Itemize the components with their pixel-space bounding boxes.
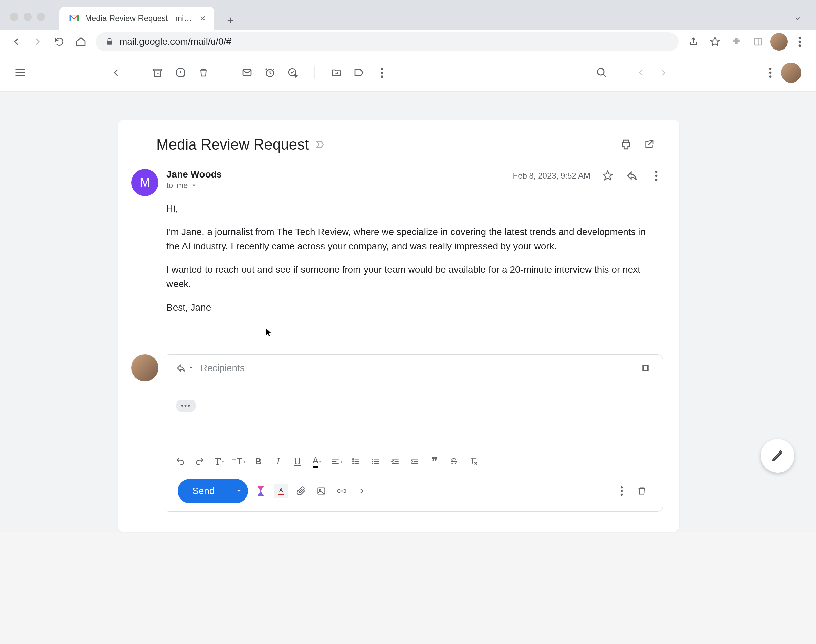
add-to-tasks-icon[interactable] [286,66,299,80]
schedule-send-icon[interactable] [253,484,268,498]
undo-icon[interactable] [173,455,187,468]
browser-menu-icon[interactable] [790,32,809,51]
remove-formatting-icon[interactable] [466,455,480,468]
main-menu-icon[interactable] [12,65,28,81]
lock-icon [105,37,114,46]
more-actions-icon[interactable] [375,66,389,80]
send-button[interactable]: Send [178,479,229,503]
svg-point-4 [799,44,801,47]
message-body: Hi, I'm Jane, a journalist from The Tech… [118,196,679,314]
new-tab-button[interactable] [221,11,240,30]
browser-home-button[interactable] [71,32,90,51]
message-date: Feb 8, 2023, 9:52 AM [513,171,591,181]
importance-marker-icon[interactable] [315,139,326,150]
insert-link-icon[interactable] [334,484,349,498]
font-family-selector[interactable]: T▾ [213,455,226,468]
bulleted-list-icon[interactable] [369,455,382,468]
move-to-icon[interactable] [330,66,343,80]
bookmark-star-icon[interactable] [706,32,724,51]
body-paragraph: Best, Jane [166,301,659,314]
share-icon[interactable] [684,32,703,51]
compose-more-menu-icon[interactable] [614,484,629,498]
compose-fab[interactable] [761,439,795,472]
close-tab-icon[interactable] [198,14,207,23]
font-size-selector[interactable]: TT▾ [232,455,245,468]
svg-point-10 [381,71,383,74]
delete-icon[interactable] [197,66,210,80]
archive-icon[interactable] [151,66,164,80]
mark-unread-icon[interactable] [240,66,254,80]
strikethrough-icon[interactable]: S [447,455,460,468]
italic-icon[interactable]: I [271,455,285,468]
url-text: mail.google.com/mail/u/0/# [119,36,232,47]
sender-avatar[interactable]: M [131,169,158,196]
browser-forward-button[interactable] [28,32,47,51]
print-icon[interactable] [619,138,633,151]
attach-file-icon[interactable] [294,484,308,498]
my-avatar[interactable] [131,354,158,381]
window-zoom-dot[interactable] [37,13,45,21]
sidebar-panel-icon[interactable] [749,32,767,51]
gmail-toolbar [0,54,816,92]
underline-icon[interactable]: U [291,455,304,468]
reply-type-selector[interactable] [176,363,194,373]
account-avatar[interactable] [781,63,801,83]
popout-compose-icon[interactable] [640,363,650,373]
indent-less-icon[interactable] [388,455,402,468]
recipients-field[interactable]: Recipients [201,363,245,374]
indent-more-icon[interactable] [408,455,422,468]
labels-icon[interactable] [353,66,366,80]
numbered-list-icon[interactable] [350,455,363,468]
window-controls [10,13,45,21]
newer-message-icon[interactable] [634,66,647,80]
extensions-icon[interactable] [727,32,746,51]
search-icon[interactable] [595,66,609,80]
align-selector[interactable]: ▾ [330,455,343,468]
svg-point-18 [655,178,658,181]
gmail-settings-more-icon[interactable] [764,66,777,80]
star-message-icon[interactable] [601,169,615,182]
reply-header: Recipients [164,355,663,382]
svg-point-27 [621,490,623,492]
svg-point-13 [769,68,772,70]
browser-reload-button[interactable] [50,32,69,51]
reply-icon[interactable] [625,169,639,182]
browser-tab[interactable]: Media Review Request - micha… [59,7,214,30]
recipient-value: me [176,181,188,190]
svg-point-26 [621,486,623,488]
open-in-new-window-icon[interactable] [642,138,656,151]
bold-icon[interactable]: B [252,455,265,468]
snooze-icon[interactable] [263,66,277,80]
toggle-formatting-icon[interactable]: A [274,484,288,498]
show-trimmed-content[interactable]: ••• [176,400,196,412]
svg-point-16 [655,171,658,173]
report-spam-icon[interactable] [174,66,187,80]
discard-draft-icon[interactable] [634,484,649,498]
quote-icon[interactable]: ❞ [428,455,441,468]
tabs-dropdown-icon[interactable] [793,14,802,23]
browser-address-row: mail.google.com/mail/u/0/# [0,30,816,54]
insert-image-icon[interactable] [314,484,329,498]
browser-back-button[interactable] [7,32,26,51]
show-details-icon[interactable] [191,182,197,188]
body-paragraph: I'm Jane, a journalist from The Tech Rev… [166,225,659,253]
message-more-icon[interactable] [650,169,663,182]
formatting-toolbar: T▾ TT▾ B I U A▾ ▾ ❞ S [164,449,663,474]
older-message-icon[interactable] [657,66,670,80]
redo-icon[interactable] [193,455,207,468]
address-bar[interactable]: mail.google.com/mail/u/0/# [96,32,678,51]
send-button-group: Send [178,479,248,503]
svg-point-17 [655,175,658,177]
more-compose-options-icon[interactable] [354,484,369,498]
window-minimize-dot[interactable] [24,13,32,21]
send-options-button[interactable] [229,479,248,503]
text-color-selector[interactable]: A▾ [310,455,324,468]
sender-initial: M [140,175,150,190]
message-header: M Jane Woods to me Feb 8, 2023, 9:52 AM [118,169,679,196]
svg-point-9 [381,68,383,70]
window-close-dot[interactable] [10,13,18,21]
reply-body-editor[interactable]: ••• [164,382,663,449]
gmail-favicon [69,13,80,24]
browser-profile-avatar[interactable] [770,33,788,51]
back-to-inbox-icon[interactable] [109,66,123,80]
